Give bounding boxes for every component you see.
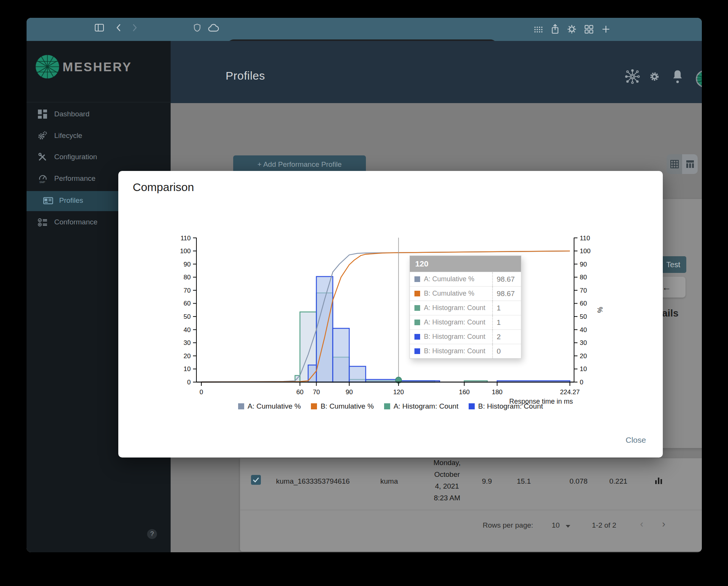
tooltip-value: 0: [492, 344, 521, 358]
date-line: 8:23 AM: [423, 492, 471, 504]
y-tick-label-right: 10: [580, 365, 587, 373]
row-p50-cell: 0.078: [570, 477, 588, 486]
chart-legend: A: Cumulative %B: Cumulative %A: Histogr…: [118, 402, 663, 411]
tooltip-swatch: [414, 334, 420, 340]
sidebar-item-label: Conformance: [54, 218, 97, 226]
previous-page-button[interactable]: ‹: [640, 518, 643, 530]
legend-label: A: Cumulative %: [248, 402, 301, 411]
row-duration-cell: 15.1: [517, 477, 531, 486]
legend-item[interactable]: A: Histogram: Count: [384, 402, 458, 411]
help-button[interactable]: ?: [147, 529, 157, 539]
y-tick-label-right: 90: [580, 261, 587, 268]
back-icon[interactable]: [116, 24, 122, 32]
meshery-logo: [35, 54, 60, 79]
table-view-button[interactable]: [682, 154, 698, 174]
axes: 0010102020303040405050606070708080909010…: [180, 235, 591, 396]
tooltip-value: 1: [492, 315, 521, 329]
browser-window: localhost:9081/performance/profiles Prof…: [27, 18, 702, 552]
sidebar-item-label: Dashboard: [54, 110, 89, 118]
tooltip-value: 98.67: [492, 272, 521, 286]
view-chart-icon[interactable]: [654, 476, 663, 485]
legend-item[interactable]: B: Cumulative %: [311, 402, 373, 411]
settings-icon[interactable]: [648, 70, 661, 83]
sidebar-item-label: Configuration: [54, 153, 97, 161]
y-tick-label-right: 110: [580, 235, 590, 242]
rows-per-page-label: Rows per page:: [483, 521, 533, 530]
forward-icon[interactable]: [132, 24, 138, 32]
conformance-checklist-icon: [38, 218, 48, 227]
legend-label: A: Histogram: Count: [394, 402, 458, 411]
legend-swatch: [469, 403, 475, 409]
user-avatar[interactable]: [695, 70, 702, 88]
tooltip-value: 1: [492, 301, 521, 315]
tooltip-series-label: B: Histogram: Count: [424, 347, 492, 355]
row-date-cell: Monday, October 4, 2021 8:23 AM: [423, 457, 471, 504]
comparison-chart: 0010102020303040405050606070708080909010…: [171, 230, 629, 427]
dashboard-icon: [38, 110, 47, 119]
legend-item[interactable]: B: Histogram: Count: [469, 402, 543, 411]
tab-overview-icon[interactable]: [584, 25, 594, 34]
profiles-icon: [43, 197, 53, 205]
tooltip-value: 2: [492, 330, 521, 344]
y-tick-label-right: 0: [580, 379, 583, 386]
browser-chrome: localhost:9081/performance/profiles: [27, 18, 702, 41]
tab-groups-icon[interactable]: [533, 25, 543, 35]
sidebar-item-configuration[interactable]: Configuration: [27, 148, 171, 166]
privacy-shield-icon[interactable]: [193, 23, 201, 32]
tooltip-swatch: [414, 291, 420, 296]
y-tick-label-right: 80: [580, 274, 587, 281]
x-tick-label: 180: [492, 389, 502, 396]
pagination-range: 1-2 of 2: [592, 521, 616, 530]
lifecycle-gears-icon: [38, 131, 47, 140]
legend-swatch: [238, 403, 244, 409]
grid-view-button[interactable]: [667, 154, 682, 174]
y-tick-label: 60: [184, 300, 191, 307]
tooltip-row: B: Histogram: Count0: [410, 344, 521, 358]
row-checkbox[interactable]: [251, 475, 261, 485]
y-tick-label: 100: [180, 248, 191, 255]
settings-gear-icon[interactable]: [567, 24, 577, 34]
sidebar-item-lifecycle[interactable]: Lifecycle: [27, 127, 171, 145]
tooltip-row: A: Histogram: Count1: [410, 301, 521, 315]
x-tick-label: 70: [313, 389, 320, 396]
y-tick-label: 30: [184, 339, 191, 346]
date-line: Monday,: [423, 457, 471, 468]
y-tick-label: 20: [184, 353, 191, 360]
next-page-button[interactable]: ›: [662, 518, 665, 530]
sidebar-toggle-icon[interactable]: [94, 23, 105, 32]
details-heading-fragment: ails: [662, 307, 678, 319]
table-divider: [240, 510, 702, 510]
sidebar-item-label: Performance: [54, 174, 96, 183]
row-p99-cell: 0.221: [609, 477, 628, 486]
tooltip-row: B: Cumulative %98.67: [410, 286, 521, 301]
view-toggle-group: [667, 154, 698, 174]
tooltip-row: A: Cumulative %98.67: [410, 272, 521, 286]
y-tick-label-right: 30: [580, 339, 587, 346]
close-dialog-button[interactable]: Close: [626, 436, 646, 445]
chart-tooltip: 120 A: Cumulative %98.67B: Cumulative %9…: [410, 255, 521, 359]
rows-per-page-select[interactable]: 10: [552, 521, 560, 530]
y-tick-label-right: 20: [580, 353, 587, 360]
y-tick-label: 40: [184, 326, 191, 334]
cloud-icon[interactable]: [208, 24, 219, 32]
service-mesh-adapters-icon[interactable]: [624, 68, 641, 85]
y-tick-label: 50: [184, 313, 191, 320]
performance-speedometer-icon: SMP: [38, 174, 48, 184]
tooltip-row: A: Histogram: Count1: [410, 315, 521, 329]
legend-label: B: Histogram: Count: [478, 402, 543, 411]
notifications-bell-icon[interactable]: [671, 69, 684, 83]
chevron-down-icon[interactable]: [566, 525, 570, 528]
x-tick-label: 60: [297, 389, 304, 396]
x-tick-label: 160: [459, 389, 469, 396]
tooltip-swatch: [414, 348, 420, 354]
legend-item[interactable]: A: Cumulative %: [238, 402, 301, 411]
new-tab-icon[interactable]: [601, 25, 610, 34]
sidebar-item-dashboard[interactable]: Dashboard: [27, 105, 171, 124]
tooltip-swatch: [414, 320, 420, 325]
share-icon[interactable]: [551, 24, 560, 35]
x-tick-label: 0: [199, 389, 203, 396]
dialog-title: Comparison: [133, 181, 194, 194]
add-performance-profile-button[interactable]: + Add Performance Profile: [233, 155, 366, 173]
table-view-icon: [686, 160, 695, 169]
row-qps-cell: 9.9: [482, 477, 492, 486]
